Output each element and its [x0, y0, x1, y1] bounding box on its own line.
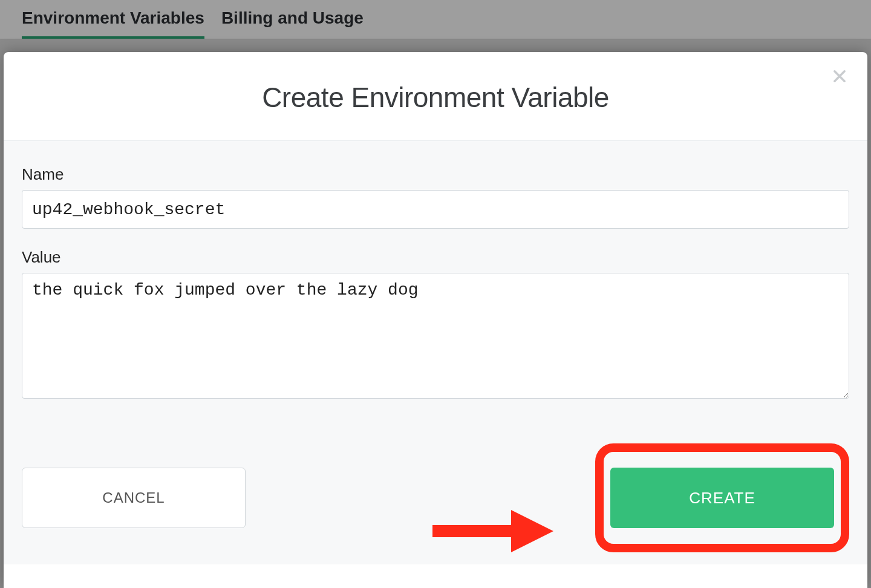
- create-button[interactable]: CREATE: [610, 468, 834, 528]
- create-env-var-modal: Create Environment Variable Name Value C…: [4, 52, 867, 588]
- name-label: Name: [22, 165, 849, 184]
- value-textarea[interactable]: [22, 273, 849, 399]
- cancel-button[interactable]: CANCEL: [22, 468, 246, 528]
- annotation-highlight-box: CREATE: [595, 443, 849, 552]
- modal-header: Create Environment Variable: [4, 52, 867, 141]
- value-label: Value: [22, 248, 849, 267]
- tab-billing-and-usage[interactable]: Billing and Usage: [221, 0, 364, 39]
- tab-environment-variables[interactable]: Environment Variables: [22, 0, 204, 39]
- name-input[interactable]: [22, 190, 849, 229]
- modal-body: Name Value: [4, 141, 867, 419]
- modal-footer: CANCEL CREATE: [4, 419, 867, 564]
- close-icon[interactable]: [827, 64, 852, 88]
- modal-title: Create Environment Variable: [22, 81, 849, 114]
- tabs-bar: Environment Variables Billing and Usage: [0, 0, 871, 39]
